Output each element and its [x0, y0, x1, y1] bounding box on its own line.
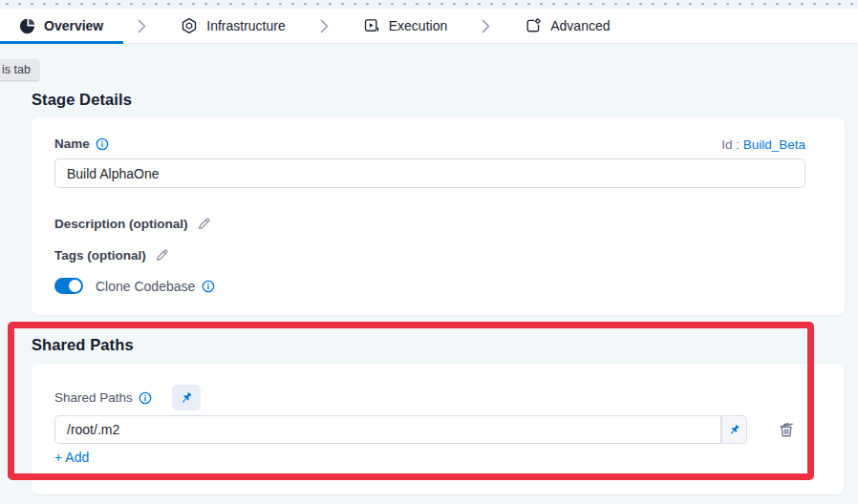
- trash-icon: [777, 420, 796, 439]
- runtime-input-pin-button[interactable]: [172, 385, 201, 410]
- shared-paths-card: Shared Paths: [32, 364, 844, 494]
- stage-tabs: Overview Infrastructure Execution: [0, 9, 858, 44]
- pie-chart-icon: [19, 18, 35, 34]
- tab-label: Overview: [44, 18, 103, 33]
- chevron-right-icon: [482, 19, 490, 33]
- play-box-icon: [363, 17, 380, 34]
- add-path-link[interactable]: + Add: [54, 450, 89, 465]
- clone-codebase-toggle[interactable]: [54, 278, 83, 294]
- hexagon-icon: [181, 17, 198, 34]
- stage-id-label: Id :: [721, 137, 740, 152]
- info-icon[interactable]: [96, 137, 109, 151]
- tab-label: Execution: [389, 18, 447, 33]
- tab-overview[interactable]: Overview: [19, 18, 103, 34]
- chevron-right-icon: [138, 19, 146, 33]
- tab-execution[interactable]: Execution: [363, 17, 447, 34]
- tab-label: Advanced: [550, 18, 610, 33]
- info-icon[interactable]: [202, 280, 215, 293]
- edit-pencil-icon[interactable]: [197, 217, 211, 231]
- chevron-right-icon: [320, 19, 329, 33]
- stage-details-heading: Stage Details: [32, 91, 132, 109]
- tooltip-chip: is tab: [0, 59, 39, 80]
- clone-codebase-label: Clone Codebase: [96, 279, 195, 294]
- box-gear-icon: [525, 17, 542, 34]
- delete-path-button[interactable]: [777, 420, 796, 439]
- tab-advanced[interactable]: Advanced: [525, 17, 610, 34]
- active-tab-underline: [0, 41, 123, 44]
- stage-details-card: Name Id : Build_Beta Description (option…: [32, 117, 845, 315]
- runtime-input-pin-addon[interactable]: [721, 415, 747, 444]
- shared-path-input[interactable]: [54, 415, 721, 444]
- edit-pencil-icon[interactable]: [155, 248, 169, 262]
- pushpin-icon: [179, 390, 194, 406]
- stage-id-value: Build_Beta: [743, 137, 805, 152]
- tab-infrastructure[interactable]: Infrastructure: [181, 17, 285, 34]
- description-label: Description (optional): [54, 217, 188, 231]
- info-icon[interactable]: [139, 391, 152, 405]
- tags-label: Tags (optional): [54, 248, 146, 262]
- shared-paths-label: Shared Paths: [54, 390, 133, 405]
- canvas-dotted-strip: [0, 0, 858, 9]
- name-label: Name: [54, 136, 90, 151]
- stage-name-input[interactable]: [54, 158, 805, 188]
- tooltip-chip-label: is tab: [2, 63, 31, 76]
- shared-paths-heading: Shared Paths: [32, 336, 134, 354]
- stage-id: Id : Build_Beta: [721, 137, 805, 152]
- toggle-knob: [69, 280, 81, 292]
- pushpin-icon: [727, 423, 741, 437]
- tab-label: Infrastructure: [206, 18, 285, 33]
